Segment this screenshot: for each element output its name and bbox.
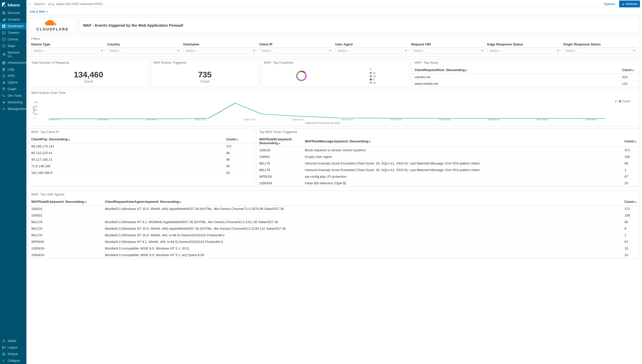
legend-toggle[interactable]: ◐ [615,100,617,103]
x-tick: 2019-05-01 [537,118,549,121]
table-row[interactable]: 100001156 [29,212,640,219]
legend-item[interactable]: vn [370,81,376,84]
table-cell: Mozilla/5.0 (Windows NT 10.0; Win64; x64… [102,232,622,239]
panel-title: WAF: Top User Agents [29,191,640,198]
table-row[interactable]: 100016Mozilla/5.0 (Windows NT 10.0; Win6… [29,206,640,212]
sidebar-item-logs[interactable]: Logs [0,66,26,73]
sidebar-item-machine-le-[interactable]: Machine Le... [0,49,26,59]
table-header[interactable]: WAFRuleMessage.keyword: Descending◆ [302,136,622,147]
table-row[interactable]: 981176Inbound Anomaly Score Exceeded (To… [256,167,640,173]
monitoring-icon [2,101,6,104]
table-row[interactable]: 100016Block requests to version control … [256,147,640,154]
table-header[interactable]: ClientRequestHost: Descending◆ [412,66,619,74]
sidebar-item-apm[interactable]: APM [0,73,26,79]
table-row[interactable]: 100043AMozilla/4.0 (compatible; MSIE 6.0… [29,252,640,258]
sidebar-item-uptime[interactable]: Uptime [0,79,26,86]
sidebar-item-maps[interactable]: Maps [0,43,26,49]
svg-point-21 [3,340,5,341]
chart-legend: ◐ Count [615,98,638,124]
svg-rect-1 [3,20,3,21]
sidebar-item-dashboard[interactable]: Dashboard [0,23,26,29]
table-row[interactable]: 45.117.160.2146 [29,156,254,163]
table-row[interactable]: 71.6.146.18530 [29,163,254,170]
filter-select-request-uri[interactable]: Select... [411,47,485,54]
legend-item[interactable]: sc [370,71,376,74]
table-cell: WP0026 [256,173,302,180]
sidebar-item-label: Monitoring [8,101,22,104]
table-cell: 88 [622,160,640,167]
table-row[interactable]: WP0026wp-config.php LFI protection67 [256,173,640,180]
table-row[interactable]: 100001Empty User-Agent156 [256,154,640,160]
table-header[interactable]: Count◆ [622,198,640,206]
filter-select-country[interactable]: Select... [107,47,181,54]
panel-title: WAF: Top Hosts [412,59,640,66]
legend-item[interactable]: us [370,75,376,78]
table-row[interactable]: 100043AMozilla/4.0 (compatible; MSIE 6.0… [29,245,640,252]
table-row[interactable]: 981176Mozilla/5.0 (Windows NT 10.0; Win6… [29,225,640,232]
search-input[interactable] [34,2,600,6]
table-header[interactable]: WAFRuleID.keyword: Descending◆ [29,198,102,206]
table-header[interactable]: Count◆ [622,136,640,147]
sidebar-item-collapse[interactable]: Collapse [0,357,26,364]
client-ip-table: ClientIP.ip: Descending◆ Count◆ 89.248.1… [29,136,254,176]
filters-panel: Filters Device TypeSelect...CountrySelec… [28,35,640,57]
table-row[interactable]: WP0026Mozilla/5.0 (Windows NT 6.1; Win64… [29,239,640,245]
table-row[interactable]: 100043AFalse IE6 detection [Type B]20 [256,180,640,187]
x-tick: 2018-10-01 [195,118,206,121]
filter-select-user-agent[interactable]: Select... [335,47,409,54]
svg-text:D: D [3,353,5,355]
table-row[interactable]: 89.248.174.141372 [29,143,254,150]
filter-select-client-ip[interactable]: Select... [259,47,333,54]
sidebar-item-dev-tools[interactable]: Dev Tools [0,92,26,99]
legend-item[interactable]: it [370,78,376,81]
filter-select-edge-response-status[interactable]: Select... [487,47,561,54]
table-cell: 324 [619,74,640,80]
table-cell: 67 [622,173,640,180]
filter-select-origin-response-status[interactable]: Select... [563,47,637,54]
table-header[interactable]: Count◆ [619,66,640,74]
options-link[interactable]: Options [602,2,617,6]
table-row[interactable]: 95.110.225.4148 [29,150,254,156]
table-header[interactable]: WAFRuleID.keyword: Descending◆ [256,136,302,147]
table-header[interactable]: ClientIP.ip: Descending◆ [29,136,223,143]
sidebar-item-canvas[interactable]: Canvas [0,36,26,43]
filter-label: Client IP [259,42,333,46]
table-cell: 981176 [256,160,302,167]
table-row[interactable]: www.camilia.me115 [412,80,640,87]
x-tick: 2018-09-01 [146,118,158,121]
table-row[interactable]: camilia.me324 [412,74,640,80]
sidebar-item-logout[interactable]: Logout [0,344,26,351]
sidebar-item-elastic[interactable]: elastic [0,338,26,344]
table-header[interactable]: ClientRequestUserAgent.keyword: Descendi… [102,198,622,206]
sidebar-item-timelion[interactable]: Timelion [0,29,26,36]
sidebar-item-visualize[interactable]: Visualize [0,16,26,23]
svg-rect-3 [5,18,5,21]
sidebar-item-infrastructure[interactable]: Infrastructure [0,59,26,66]
dashboard-title: WAF - Events triggered by the Web Applic… [79,17,640,33]
filter-select-device-type[interactable]: Select... [31,47,105,54]
sidebar-item-default[interactable]: DDefault [0,351,26,357]
sidebar-item-management[interactable]: Management [0,106,26,112]
table-row[interactable]: 981176Inbound Anomaly Score Exceeded (To… [256,160,640,167]
filter-select-hostname[interactable]: Select... [183,47,257,54]
table-row[interactable]: 981176Mozilla/5.0 (Windows NT 6.1; WOW64… [29,219,640,225]
sidebar-item-label: Infrastructure [8,61,26,64]
logout-icon [2,346,6,349]
table-row[interactable]: 981176Mozilla/5.0 (Windows NT 10.0; Win6… [29,232,640,239]
sidebar-item-graph[interactable]: Graph [0,86,26,92]
refresh-button[interactable]: Refresh [619,1,640,7]
sidebar-item-discover[interactable]: Discover [0,10,26,16]
add-filter-link[interactable]: Add a filter + [29,10,48,13]
legend-toggle[interactable]: ◐ [370,67,376,71]
kibana-logo[interactable]: kibana [0,0,26,10]
filter-label: Edge Response Status [487,42,561,46]
table-row[interactable]: 192.169.188.824 [29,170,254,176]
table-header[interactable]: Count◆ [223,136,254,143]
top-rules-panel: Top WAF Rules Triggered WAFRuleID.keywor… [256,128,640,187]
table-cell: 981176 [29,232,102,239]
x-tick: 2018-12-01 [293,118,304,121]
table-cell: 80 [622,219,640,225]
filters-title: Filters [29,35,640,42]
sidebar-item-monitoring[interactable]: Monitoring [0,99,26,106]
cloudflare-icon [44,19,61,27]
